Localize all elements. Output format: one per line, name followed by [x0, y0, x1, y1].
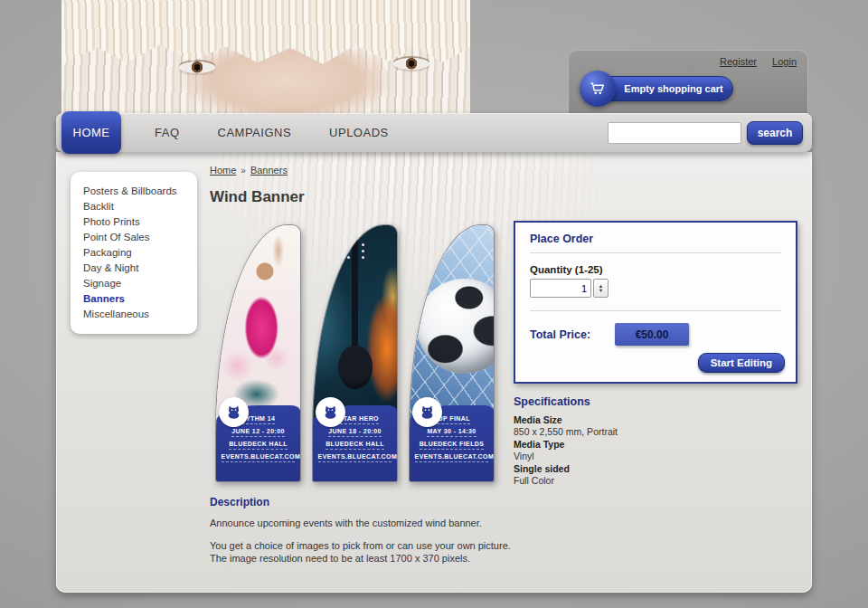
- banner-previews: RYTHM 14 JUNE 12 - 20:00 BLUEDECK HALL E…: [215, 224, 495, 482]
- main-navbar: HOME FAQ CAMPAIGNS UPLOADS search: [56, 113, 812, 152]
- sidebar-item-banners[interactable]: Banners: [83, 291, 190, 307]
- specifications-section: Specifications Media Size 850 x 2,550 mm…: [514, 395, 803, 488]
- breadcrumb-banners-link[interactable]: Banners: [250, 165, 288, 176]
- banner-event-venue: BLUEDECK FIELDS: [420, 441, 485, 450]
- bluecat-logo-icon: [412, 397, 442, 427]
- spec-value: Vinyl: [514, 451, 803, 462]
- bluecat-logo-icon: [219, 397, 249, 427]
- breadcrumb: Home»Banners: [210, 165, 288, 176]
- specifications-heading: Specifications: [514, 395, 803, 408]
- description-paragraph: You get a choice of images to pick from …: [210, 539, 515, 565]
- banner-event-date: JUNE 12 - 20:00: [231, 428, 285, 437]
- quantity-stepper[interactable]: ▲ ▼: [593, 279, 609, 298]
- banner-preview-dance[interactable]: RYTHM 14 JUNE 12 - 20:00 BLUEDECK HALL E…: [215, 224, 301, 482]
- quantity-input[interactable]: [530, 279, 591, 298]
- sidebar-item-posters-billboards[interactable]: Posters & Billboards: [83, 184, 190, 199]
- category-sidebar: Posters & Billboards Backlit Photo Print…: [71, 172, 197, 334]
- banner-preview-guitar[interactable]: GUITAR HERO JUNE 18 - 20:00 BLUEDECK HAL…: [312, 224, 398, 482]
- guitar-body-shape: [338, 346, 373, 389]
- bluecat-logo-icon: [316, 397, 345, 427]
- search-button[interactable]: search: [747, 121, 803, 145]
- search-area: search: [608, 121, 803, 145]
- tab-home[interactable]: HOME: [61, 111, 121, 154]
- tab-uploads[interactable]: UPLOADS: [310, 126, 408, 139]
- sidebar-item-miscellaneous[interactable]: Miscellaneous: [83, 307, 190, 322]
- spec-value: 850 x 2,550 mm, Portrait: [514, 426, 803, 438]
- tab-campaigns[interactable]: CAMPAIGNS: [199, 126, 311, 139]
- description-heading: Description: [210, 496, 515, 508]
- banner-event-url: EVENTS.BLUECAT.COM: [415, 453, 489, 462]
- quantity-row: ▲ ▼: [530, 279, 781, 298]
- banner-event-url: EVENTS.BLUECAT.COM: [318, 453, 392, 462]
- spec-label: Single sided: [514, 463, 803, 475]
- sidebar-item-point-of-sales[interactable]: Point Of Sales: [83, 230, 190, 245]
- hero-left-eye: [179, 62, 215, 73]
- sidebar-item-signage[interactable]: Signage: [83, 276, 190, 291]
- guitar-tuner-dots: [347, 243, 350, 246]
- page-title: Wind Banner: [210, 188, 305, 206]
- sidebar-item-day-night[interactable]: Day & Night: [83, 261, 190, 276]
- cart-glyph: [589, 80, 607, 98]
- nav-tabs: FAQ CAMPAIGNS UPLOADS: [136, 113, 408, 152]
- description-section: Description Announce upcoming events wit…: [210, 496, 515, 575]
- spec-value: Full Color: [514, 475, 803, 487]
- spinner-down-icon[interactable]: ▼: [599, 289, 603, 293]
- total-price-row: Total Price: €50.00: [530, 323, 781, 346]
- spec-label: Media Type: [514, 439, 803, 451]
- sidebar-item-backlit[interactable]: Backlit: [83, 199, 190, 214]
- start-editing-button[interactable]: Start Editing: [698, 353, 785, 373]
- divider: [530, 252, 781, 253]
- place-order-box: Place Order Quantity (1-25) ▲ ▼ Total Pr…: [514, 221, 797, 384]
- place-order-heading: Place Order: [530, 233, 781, 245]
- banner-event-date: MAY 30 - 14:30: [427, 428, 476, 437]
- page-container: Register Login Empty shopping cart HOME …: [56, 0, 812, 597]
- quantity-label: Quantity (1-25): [530, 264, 781, 275]
- sidebar-item-packaging[interactable]: Packaging: [83, 245, 190, 261]
- auth-links: Register Login: [707, 56, 797, 67]
- breadcrumb-home-link[interactable]: Home: [210, 165, 236, 176]
- shopping-cart-icon[interactable]: [580, 71, 616, 107]
- total-price-label: Total Price:: [530, 328, 613, 341]
- sidebar-item-photo-prints[interactable]: Photo Prints: [83, 214, 190, 230]
- soccer-ball-shape: [417, 279, 495, 374]
- empty-shopping-cart-button[interactable]: Empty shopping cart: [598, 76, 733, 101]
- banner-event-date: JUNE 18 - 20:00: [328, 428, 382, 437]
- banner-event-venue: BLUEDECK HALL: [229, 441, 288, 450]
- divider: [530, 310, 781, 311]
- hero-right-eye: [393, 58, 429, 70]
- login-link[interactable]: Login: [772, 56, 797, 67]
- breadcrumb-separator: »: [241, 166, 246, 176]
- search-input[interactable]: [608, 122, 741, 144]
- content-panel: Posters & Billboards Backlit Photo Print…: [56, 152, 812, 593]
- banner-event-venue: BLUEDECK HALL: [326, 441, 384, 450]
- hero-photo: [61, 0, 470, 118]
- tab-faq[interactable]: FAQ: [136, 126, 199, 139]
- banner-preview-soccer[interactable]: CUP FINAL MAY 30 - 14:30 BLUEDECK FIELDS…: [409, 224, 495, 482]
- spec-label: Media Size: [514, 414, 803, 426]
- register-link[interactable]: Register: [720, 56, 757, 67]
- account-panel: Register Login Empty shopping cart: [568, 50, 808, 113]
- description-paragraph: Announce upcoming events with the custom…: [210, 517, 515, 530]
- banner-event-url: EVENTS.BLUECAT.COM: [222, 453, 296, 462]
- total-price-value: €50.00: [615, 323, 689, 346]
